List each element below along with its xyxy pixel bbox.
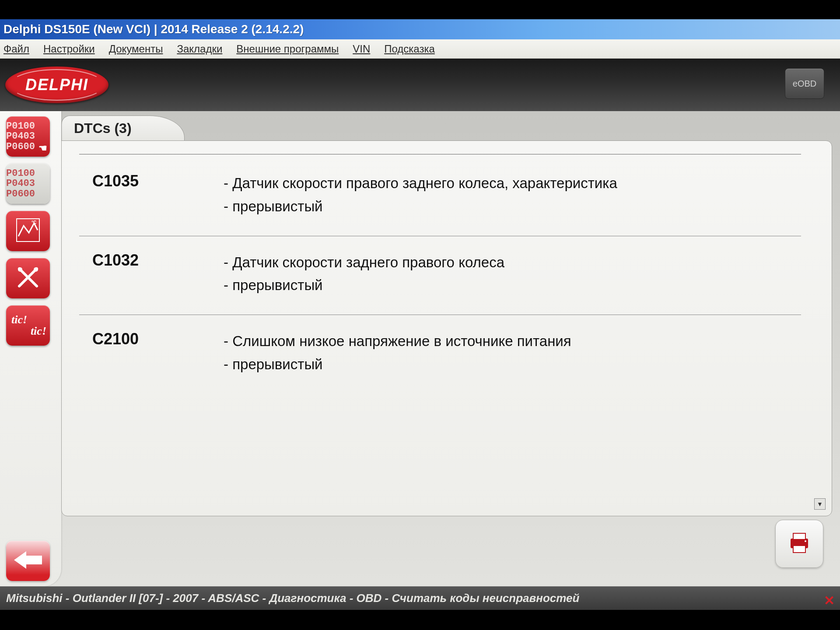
- eobd-button[interactable]: eOBD: [785, 68, 824, 99]
- delphi-logo: DELPHI: [5, 66, 108, 103]
- svg-point-4: [18, 267, 22, 272]
- sidebar-live-data-button[interactable]: °C: [6, 211, 50, 251]
- window-title: Delphi DS150E (New VCI) | 2014 Release 2…: [4, 22, 304, 36]
- scroll-down-button[interactable]: ▼: [814, 498, 826, 510]
- svg-text:°C: °C: [32, 220, 36, 225]
- main: DTCs (3) C1035 - Датчик скорости правого…: [61, 111, 840, 586]
- svg-point-10: [805, 540, 806, 542]
- chevron-down-icon: ▼: [817, 500, 823, 508]
- tic-label-2: tic!: [31, 326, 50, 337]
- tic-label-1: tic!: [11, 314, 27, 326]
- menu-documents[interactable]: Документы: [109, 43, 163, 55]
- tools-icon: [15, 264, 41, 293]
- menu-bookmarks[interactable]: Закладки: [177, 43, 222, 55]
- menu-hint[interactable]: Подсказка: [384, 43, 435, 55]
- sidebar-read-codes-button[interactable]: P0100 P0403 P0600 ☚: [6, 116, 50, 157]
- dtc-code: C2100: [92, 330, 224, 376]
- print-icon: [786, 530, 812, 558]
- hand-cursor-icon: ☚: [38, 143, 47, 154]
- menu-settings[interactable]: Настройки: [43, 43, 95, 55]
- breadcrumb: Mitsubishi - Outlander II [07-] - 2007 -…: [6, 592, 579, 605]
- dtc-row: C2100 - Слишком низкое напряжение в исто…: [79, 315, 801, 394]
- svg-point-5: [34, 267, 38, 272]
- back-button[interactable]: [6, 541, 50, 581]
- svg-rect-8: [793, 533, 805, 539]
- menu-file[interactable]: Файл: [4, 43, 29, 55]
- svg-marker-6: [14, 551, 42, 569]
- dtc-description: - Датчик скорости заднего правого колеса…: [224, 251, 801, 298]
- menubar: Файл Настройки Документы Закладки Внешни…: [0, 39, 840, 59]
- screen: Delphi DS150E (New VCI) | 2014 Release 2…: [0, 0, 840, 630]
- sidebar-spacer: [6, 353, 55, 534]
- close-icon[interactable]: ✕: [824, 593, 835, 608]
- dtc-row: C1035 - Датчик скорости правого заднего …: [79, 157, 801, 236]
- sidebar-tic-button[interactable]: tic! tic!: [6, 305, 50, 346]
- sidebar-erase-codes-button[interactable]: P0100 P0403 P0600: [6, 164, 50, 204]
- tab-label: DTCs (3): [74, 120, 132, 136]
- dtc-list[interactable]: C1035 - Датчик скорости правого заднего …: [79, 154, 814, 507]
- dtc-code: C1035: [92, 172, 224, 218]
- brand-strip: DELPHI eOBD: [0, 59, 840, 111]
- graph-icon: °C: [15, 217, 41, 245]
- print-button[interactable]: [775, 520, 823, 568]
- app-window: Delphi DS150E (New VCI) | 2014 Release 2…: [0, 19, 840, 610]
- panel-toolbar: [61, 516, 832, 582]
- dtc-panel: C1035 - Датчик скорости правого заднего …: [61, 140, 832, 516]
- eobd-label: eOBD: [793, 79, 816, 89]
- work-area: P0100 P0403 P0600 ☚ P0100 P0403 P0600 °C: [0, 111, 840, 586]
- tab-dtcs[interactable]: DTCs (3): [61, 116, 185, 141]
- arrow-left-icon: [14, 550, 42, 572]
- tab-header: DTCs (3): [61, 116, 832, 141]
- menu-vin[interactable]: VIN: [353, 43, 370, 55]
- codes-erase-icon: P0100 P0403 P0600: [6, 168, 50, 199]
- statusbar: Mitsubishi - Outlander II [07-] - 2007 -…: [0, 586, 840, 610]
- svg-rect-9: [793, 546, 805, 553]
- delphi-logo-text: DELPHI: [25, 76, 88, 94]
- sidebar-tools-button[interactable]: [6, 258, 50, 298]
- dtc-code: C1032: [92, 251, 224, 298]
- dtc-description: - Датчик скорости правого заднего колеса…: [224, 172, 801, 218]
- dtc-description: - Слишком низкое напряжение в источнике …: [224, 330, 801, 376]
- titlebar: Delphi DS150E (New VCI) | 2014 Release 2…: [0, 19, 840, 39]
- menu-external[interactable]: Внешние программы: [236, 43, 339, 55]
- sidebar: P0100 P0403 P0600 ☚ P0100 P0403 P0600 °C: [0, 111, 61, 586]
- dtc-row: C1032 - Датчик скорости заднего правого …: [79, 236, 801, 315]
